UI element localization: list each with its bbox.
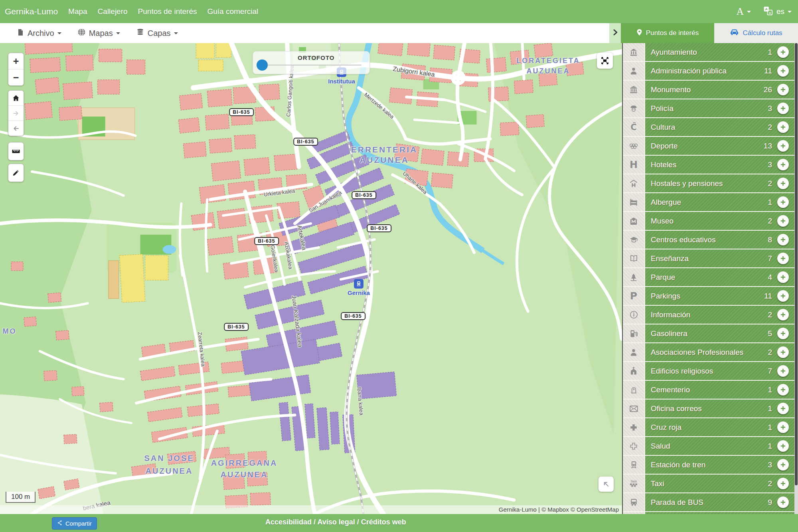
add-category-button[interactable] bbox=[777, 215, 789, 227]
sidebar-item-policia[interactable]: Policía 3 bbox=[623, 99, 794, 117]
sidebar-item-ayuntamiento[interactable]: Ayuntamiento 1 bbox=[623, 43, 794, 61]
sidebar-item-deporte[interactable]: Deporte 13 bbox=[623, 136, 794, 155]
poi-category-label: Cementerio bbox=[651, 386, 768, 394]
sidebar-item-estacion-de-tren[interactable]: Estación de tren 3 bbox=[623, 455, 794, 474]
sidebar-item-gasolinera[interactable]: Gasolinera 5 bbox=[623, 324, 794, 342]
nav-link-callejero[interactable]: Callejero bbox=[98, 7, 128, 16]
add-category-button[interactable] bbox=[777, 384, 789, 396]
sidebar-item-cementerio[interactable]: Cementerio 1 bbox=[623, 380, 794, 399]
language-selector[interactable]: es bbox=[776, 7, 784, 16]
draw-button[interactable] bbox=[8, 164, 24, 182]
parking-icon: P bbox=[623, 287, 645, 305]
menu-archivo[interactable]: Archivo bbox=[17, 28, 61, 39]
road-shield: BI-635 bbox=[341, 312, 365, 320]
menu-capas[interactable]: Capas bbox=[136, 28, 178, 38]
font-size-control[interactable]: A bbox=[737, 6, 744, 17]
add-category-button[interactable] bbox=[777, 421, 789, 433]
add-category-button[interactable] bbox=[777, 65, 789, 77]
ruler-icon bbox=[11, 146, 21, 156]
poi-category-count: 3 bbox=[768, 160, 772, 169]
hostel-icon bbox=[623, 174, 645, 192]
add-category-button[interactable] bbox=[777, 84, 789, 95]
sidebar-item-taxi[interactable]: TAXI Taxi 2 bbox=[623, 474, 794, 492]
road-shield: BI-635 bbox=[224, 323, 249, 331]
brand-link[interactable]: Gernika-Lumo bbox=[5, 7, 58, 16]
envelope-icon bbox=[623, 399, 645, 417]
sidebar-item-cruz-roja[interactable]: Cruz roja 1 bbox=[623, 417, 794, 436]
add-category-button[interactable] bbox=[777, 478, 789, 489]
add-category-button[interactable] bbox=[777, 346, 789, 358]
add-category-button[interactable] bbox=[777, 196, 789, 208]
sidebar-item-parkings[interactable]: P Parkings 11 bbox=[623, 286, 794, 305]
fullscreen-button[interactable] bbox=[597, 53, 613, 69]
add-category-button[interactable] bbox=[777, 496, 789, 508]
home-button[interactable] bbox=[8, 91, 24, 105]
poi-category-label: Gasolinera bbox=[651, 329, 768, 338]
nav-link-mapa[interactable]: Mapa bbox=[68, 7, 87, 16]
file-icon bbox=[17, 28, 24, 39]
home-icon bbox=[12, 94, 20, 102]
add-category-button[interactable] bbox=[777, 140, 789, 152]
ortofoto-opacity-panel: ORTOFOTO bbox=[253, 51, 370, 74]
add-category-button[interactable] bbox=[777, 121, 789, 133]
sidebar-item-parque[interactable]: Parque 4 bbox=[623, 267, 794, 286]
opacity-slider-track[interactable] bbox=[262, 65, 361, 65]
scrollbar-thumb[interactable] bbox=[795, 43, 798, 485]
tab-puntos-de-interes[interactable]: Puntos de interés bbox=[621, 23, 714, 43]
add-category-button[interactable] bbox=[777, 290, 789, 302]
sidebar-item-informacion[interactable]: Información 2 bbox=[623, 305, 794, 324]
sidebar-item-albergue[interactable]: Albergue 1 bbox=[623, 192, 794, 211]
sidebar-item-clipped[interactable] bbox=[623, 511, 794, 514]
sidebar-item-salud[interactable]: Salud 1 bbox=[623, 436, 794, 455]
tab-label: Cálculo rutas bbox=[743, 29, 782, 37]
sidebar-item-edificios-religiosos[interactable]: Edificios religiosos 7 bbox=[623, 361, 794, 380]
add-category-button[interactable] bbox=[777, 178, 789, 189]
add-category-button[interactable] bbox=[777, 234, 789, 245]
share-button[interactable]: Compartir bbox=[52, 517, 97, 530]
poi-category-count: 1 bbox=[768, 198, 772, 207]
nav-link-puntos[interactable]: Puntos de interés bbox=[138, 7, 197, 16]
add-category-button[interactable] bbox=[777, 159, 789, 170]
sidebar-item-monumento[interactable]: Monumento 26 bbox=[623, 80, 794, 99]
sidebar-item-asociaciones[interactable]: Asociaciones Profesionales 2 bbox=[623, 342, 794, 361]
footer-links[interactable]: Accesibilidad / Avíso legal / Créditos w… bbox=[265, 518, 406, 526]
sidebar-item-oficina-correos[interactable]: Oficina correos 1 bbox=[623, 399, 794, 417]
add-category-button[interactable] bbox=[777, 365, 789, 377]
poi-category-label: Parkings bbox=[651, 292, 764, 301]
add-category-button[interactable] bbox=[777, 46, 789, 58]
zoom-out-button[interactable]: − bbox=[8, 69, 24, 85]
sidebar-item-parada-de-bus[interactable]: Parada de BUS 9 bbox=[623, 492, 794, 511]
map-viewport[interactable]: ERRENTERIA AUZUNEA LORATEGIETA AUZUNEA S… bbox=[0, 43, 622, 514]
map-attribution[interactable]: Gernika-Lumo | © Mapbox © OpenStreetMap bbox=[0, 505, 622, 514]
tab-calculo-rutas[interactable]: Cálculo rutas bbox=[714, 23, 798, 43]
open-book-icon bbox=[623, 249, 645, 267]
red-cross-icon bbox=[623, 418, 645, 436]
sidebar-item-hostales[interactable]: Hostales y pensiones 2 bbox=[623, 174, 794, 192]
zoom-in-button[interactable]: + bbox=[8, 53, 24, 69]
forward-button[interactable] bbox=[8, 105, 24, 121]
sidebar-item-administracion-publica[interactable]: Administración pública 11 bbox=[623, 61, 794, 80]
back-button[interactable] bbox=[8, 121, 24, 136]
station-marker-gernika[interactable]: Gernika bbox=[354, 279, 363, 289]
poi-category-label: Edificios religiosos bbox=[651, 367, 768, 376]
add-category-button[interactable] bbox=[777, 309, 789, 320]
sidebar-item-ensenanza[interactable]: Enseñanza 7 bbox=[623, 249, 794, 267]
add-category-button[interactable] bbox=[777, 103, 789, 114]
measure-button[interactable] bbox=[8, 142, 24, 160]
opacity-slider-knob[interactable] bbox=[257, 59, 268, 71]
add-category-button[interactable] bbox=[777, 403, 789, 414]
sidebar-collapse-button[interactable] bbox=[609, 23, 621, 43]
add-category-button[interactable] bbox=[777, 328, 789, 339]
sidebar-item-cultura[interactable]: Ĉ Cultura 2 bbox=[623, 117, 794, 136]
pan-northwest-button[interactable] bbox=[598, 477, 614, 492]
add-category-button[interactable] bbox=[777, 253, 789, 264]
nav-link-guia[interactable]: Guía comercial bbox=[207, 7, 258, 16]
poi-category-count: 1 bbox=[768, 386, 772, 394]
sidebar-item-hoteles[interactable]: H Hoteles 3 bbox=[623, 155, 794, 174]
sidebar-item-museo[interactable]: Museo 2 bbox=[623, 211, 794, 230]
add-category-button[interactable] bbox=[777, 440, 789, 452]
add-category-button[interactable] bbox=[777, 271, 789, 283]
sidebar-item-centros-educativos[interactable]: Centros educativos 8 bbox=[623, 230, 794, 249]
menu-mapas[interactable]: Mapas bbox=[77, 28, 120, 38]
add-category-button[interactable] bbox=[777, 459, 789, 471]
